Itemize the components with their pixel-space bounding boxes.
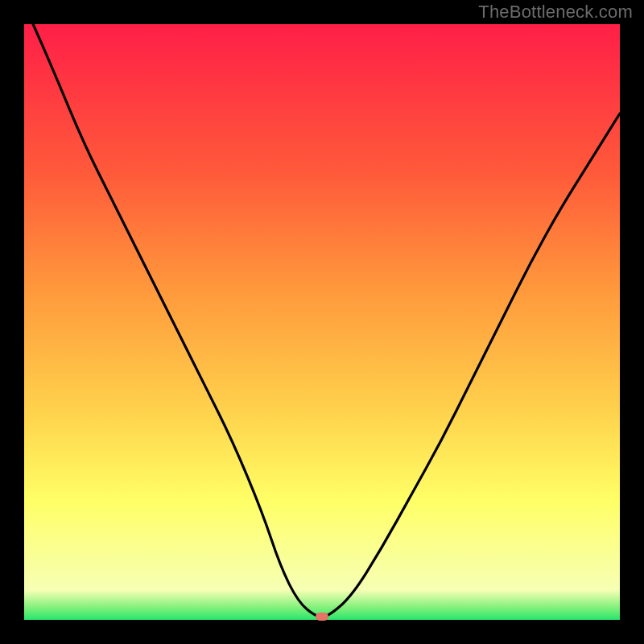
watermark-text: TheBottleneck.com [478,2,633,23]
chart-frame: TheBottleneck.com [0,0,644,644]
minimum-marker [316,613,328,621]
bottleneck-curve [33,24,620,617]
curve-svg [24,24,620,620]
plot-area [24,24,620,620]
